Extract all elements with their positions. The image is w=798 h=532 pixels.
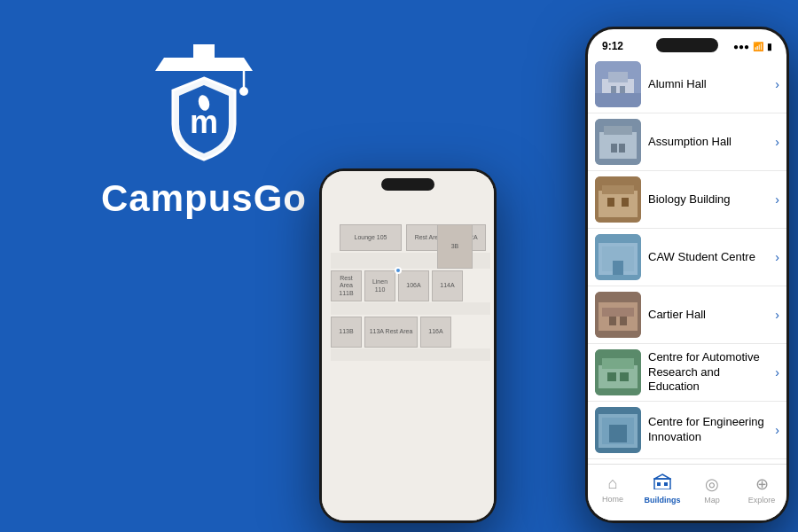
phone-map-inner: Lounge 105 Rest Area 102A Rest Area 111B…: [322, 171, 494, 520]
map-room-3b: 3B: [437, 224, 473, 269]
building-thumbnail: [595, 176, 641, 223]
svg-rect-41: [657, 482, 661, 486]
svg-marker-43: [654, 474, 670, 479]
building-list: Alumni Hall › Assumption Hall › Biology …: [588, 56, 786, 476]
tab-map[interactable]: ◎ Map: [687, 474, 737, 505]
svg-rect-34: [607, 372, 616, 381]
phone-map-notch: [381, 178, 434, 191]
logo-container: m CampusGo: [101, 44, 307, 220]
list-item[interactable]: Centre for Automotive Research and Educa…: [588, 344, 786, 402]
svg-rect-1: [193, 44, 215, 58]
building-thumbnail: [595, 292, 641, 338]
building-name: Biology Building: [648, 192, 768, 207]
svg-rect-40: [654, 479, 670, 489]
tab-buildings[interactable]: Buildings: [638, 473, 687, 505]
wifi-icon: 📶: [753, 42, 763, 51]
tab-buildings-label: Buildings: [645, 496, 681, 505]
phone-map: Lounge 105 Rest Area 102A Rest Area 111B…: [319, 168, 497, 523]
tab-home[interactable]: ⌂ Home: [588, 474, 638, 504]
building-thumbnail: [595, 234, 641, 280]
location-dot: [395, 267, 402, 274]
svg-rect-35: [620, 372, 629, 381]
svg-rect-33: [602, 358, 634, 369]
chevron-icon: ›: [775, 250, 779, 264]
svg-rect-13: [599, 132, 637, 159]
tab-home-label: Home: [602, 495, 623, 504]
list-item[interactable]: Alumni Hall ›: [588, 56, 786, 113]
phone-list-notch: [656, 38, 718, 52]
signal-icon: ●●●: [733, 42, 749, 51]
chevron-icon: ›: [775, 423, 779, 437]
map-room-linen: Linen 110: [364, 270, 395, 301]
map-view[interactable]: Lounge 105 Rest Area 102A Rest Area 111B…: [322, 171, 494, 520]
svg-rect-8: [608, 72, 628, 82]
battery-icon: ▮: [767, 42, 772, 51]
building-name: Centre for Automotive Research and Educa…: [648, 350, 768, 395]
chevron-icon: ›: [775, 135, 779, 149]
svg-rect-10: [620, 86, 625, 93]
map-corridor-3: [331, 348, 490, 361]
app-logo: m: [142, 44, 266, 168]
map-corridor-2: [331, 302, 490, 315]
building-name: Assumption Hall: [648, 135, 768, 150]
home-icon: ⌂: [608, 474, 618, 493]
svg-rect-15: [611, 144, 617, 153]
list-item[interactable]: Centre for Engineering Innovation ›: [588, 402, 786, 459]
svg-point-3: [239, 87, 248, 96]
chevron-icon: ›: [775, 77, 779, 91]
svg-rect-39: [609, 425, 627, 442]
svg-rect-9: [611, 86, 616, 93]
chevron-icon: ›: [775, 308, 779, 322]
building-name: Centre for Engineering Innovation: [648, 415, 768, 445]
chevron-icon: ›: [775, 192, 779, 207]
svg-rect-18: [598, 191, 638, 217]
list-item[interactable]: Assumption Hall ›: [588, 113, 786, 171]
svg-rect-11: [595, 93, 641, 107]
svg-rect-21: [622, 198, 629, 207]
tab-explore-label: Explore: [748, 496, 776, 505]
tab-map-label: Map: [704, 496, 720, 505]
svg-rect-16: [619, 144, 625, 153]
map-room-111b: Rest Area 111B: [331, 270, 362, 301]
list-item[interactable]: Cartier Hall ›: [588, 286, 786, 344]
svg-rect-19: [602, 185, 634, 194]
buildings-icon: [653, 473, 671, 494]
building-thumbnail: [595, 407, 641, 453]
map-room-116a: 116A: [420, 317, 451, 348]
map-room-lounge: Lounge 105: [340, 224, 402, 251]
app-title: CampusGo: [101, 177, 307, 220]
status-time: 9:12: [602, 40, 623, 52]
svg-rect-14: [604, 126, 632, 135]
list-item[interactable]: Biology Building ›: [588, 171, 786, 229]
svg-rect-29: [609, 317, 616, 325]
list-item[interactable]: CAW Student Centre ›: [588, 229, 786, 286]
map-room-113a: 113A Rest Area: [364, 317, 418, 348]
status-icons: ●●● 📶 ▮: [733, 42, 772, 51]
building-thumbnail: [595, 61, 641, 107]
svg-rect-25: [613, 261, 623, 275]
building-thumbnail: [595, 119, 641, 165]
building-thumbnail: [595, 349, 641, 395]
explore-icon: ⊕: [755, 474, 769, 494]
building-name: Cartier Hall: [648, 308, 768, 323]
building-name: Alumni Hall: [648, 77, 768, 92]
building-name: CAW Student Centre: [648, 250, 768, 265]
phone-list-inner: 9:12 ●●● 📶 ▮ Alumni Hall ›: [588, 29, 786, 520]
svg-rect-20: [607, 198, 614, 207]
tab-explore[interactable]: ⊕ Explore: [737, 474, 786, 505]
map-room-106a: 106A: [398, 270, 429, 301]
chevron-icon: ›: [775, 365, 779, 379]
phone-list: 9:12 ●●● 📶 ▮ Alumni Hall ›: [585, 27, 789, 523]
phones-container: Lounge 105 Rest Area 102A Rest Area 111B…: [301, 18, 798, 532]
svg-rect-28: [602, 308, 634, 317]
svg-marker-0: [155, 58, 253, 71]
tab-bar: ⌂ Home Buildings ◎ Map ⊕ Explore: [588, 464, 786, 520]
svg-rect-42: [664, 482, 668, 486]
map-room-113b: 113B: [331, 317, 362, 348]
map-icon: ◎: [705, 474, 719, 494]
svg-rect-30: [620, 317, 627, 325]
map-room-114a: 114A: [432, 270, 463, 301]
